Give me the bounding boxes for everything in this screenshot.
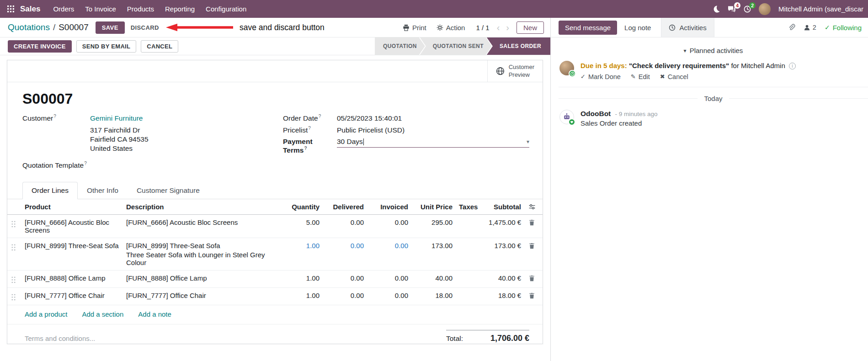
apps-menu-icon[interactable]: [5, 3, 16, 15]
tab-customer-signature[interactable]: Customer Signature: [128, 182, 209, 199]
order-line-row[interactable]: [FURN_7777] Office Chair [FURN_7777] Off…: [7, 288, 543, 305]
delete-line-icon[interactable]: [529, 292, 535, 299]
menu-configuration[interactable]: Configuration: [200, 0, 252, 18]
cell-quantity[interactable]: 1.00: [281, 288, 321, 303]
messages-icon[interactable]: 4: [728, 5, 736, 13]
add-a-product-link[interactable]: Add a product: [25, 310, 67, 318]
new-button[interactable]: New: [517, 21, 544, 34]
cell-invoiced[interactable]: 0.00: [366, 215, 410, 230]
cell-unit-price[interactable]: 173.00: [410, 238, 454, 253]
cell-description[interactable]: [FURN_8999] Three-Seat Sofa Three Seater…: [126, 238, 281, 270]
cell-quantity[interactable]: 1.00: [281, 238, 321, 253]
delete-line-icon[interactable]: [529, 219, 535, 226]
cell-delivered[interactable]: 0.00: [321, 288, 366, 303]
breadcrumb-quotations[interactable]: Quotations: [8, 22, 50, 32]
col-subtotal[interactable]: Subtotal: [485, 203, 523, 211]
payment-terms-input[interactable]: 30 Days ▾: [337, 138, 529, 148]
cell-taxes[interactable]: [454, 215, 485, 222]
cell-description[interactable]: [FURN_6666] Acoustic Bloc Screens: [126, 215, 281, 230]
cell-quantity[interactable]: 1.00: [281, 271, 321, 286]
pager-previous-icon[interactable]: ‹: [497, 23, 500, 32]
col-description[interactable]: Description: [126, 203, 281, 211]
info-icon[interactable]: i: [789, 63, 796, 69]
order-date-value[interactable]: 05/25/2023 15:40:01: [337, 114, 402, 122]
customer-preview-button[interactable]: Customer Preview: [487, 60, 543, 82]
pager-next-icon[interactable]: ›: [506, 23, 509, 32]
cell-delivered[interactable]: 0.00: [321, 238, 366, 253]
moon-icon[interactable]: [713, 5, 720, 13]
col-delivered[interactable]: Delivered: [321, 203, 366, 211]
col-unit-price[interactable]: Unit Price: [410, 203, 454, 211]
quotation-template-field-row[interactable]: Quotation Template?: [22, 161, 283, 170]
order-line-row[interactable]: [FURN_8888] Office Lamp [FURN_8888] Offi…: [7, 271, 543, 288]
drag-handle-icon[interactable]: [11, 276, 16, 284]
followers-button[interactable]: 2: [804, 24, 816, 31]
menu-products[interactable]: Products: [122, 0, 160, 18]
pricelist-value[interactable]: Public Pricelist (USD): [337, 126, 405, 134]
add-a-section-link[interactable]: Add a section: [82, 310, 123, 318]
drag-handle-icon[interactable]: [11, 293, 16, 301]
dropdown-caret-icon[interactable]: ▾: [527, 138, 529, 145]
status-quotation[interactable]: QUOTATION: [375, 37, 425, 55]
tab-other-info[interactable]: Other Info: [78, 182, 128, 199]
col-invoiced[interactable]: Invoiced: [366, 203, 410, 211]
tab-order-lines[interactable]: Order Lines: [22, 182, 78, 199]
cell-invoiced[interactable]: 0.00: [366, 288, 410, 303]
activities-icon[interactable]: 2: [744, 5, 751, 13]
menu-to-invoice[interactable]: To Invoice: [80, 0, 122, 18]
cell-description[interactable]: [FURN_8888] Office Lamp: [126, 271, 281, 286]
cell-quantity[interactable]: 5.00: [281, 215, 321, 230]
order-line-row[interactable]: [FURN_8999] Three-Seat Sofa [FURN_8999] …: [7, 238, 543, 271]
cell-product[interactable]: [FURN_7777] Office Chair: [21, 288, 126, 303]
drag-handle-icon[interactable]: [11, 244, 16, 251]
print-button[interactable]: Print: [400, 22, 429, 33]
status-sales-order[interactable]: SALES ORDER: [487, 37, 550, 55]
col-quantity[interactable]: Quantity: [281, 203, 321, 211]
edit-activity-button[interactable]: ✎Edit: [631, 73, 650, 80]
save-button[interactable]: SAVE: [96, 21, 125, 34]
cell-delivered[interactable]: 0.00: [321, 271, 366, 286]
col-taxes[interactable]: Taxes: [454, 203, 485, 211]
menu-orders[interactable]: Orders: [48, 0, 80, 18]
cell-taxes[interactable]: [454, 238, 485, 245]
user-avatar[interactable]: [759, 3, 771, 15]
create-invoice-button[interactable]: CREATE INVOICE: [8, 40, 72, 53]
status-quotation-sent[interactable]: QUOTATION SENT: [420, 37, 492, 55]
mark-done-button[interactable]: ✓Mark Done: [580, 73, 621, 80]
cell-description[interactable]: [FURN_7777] Office Chair: [126, 288, 281, 303]
planned-activities-header[interactable]: ▾ Planned activities: [559, 43, 868, 60]
message-author[interactable]: OdooBot: [580, 110, 611, 117]
cell-product[interactable]: [FURN_8999] Three-Seat Sofa: [21, 238, 126, 253]
cell-delivered[interactable]: 0.00: [321, 215, 366, 230]
cell-product[interactable]: [FURN_8888] Office Lamp: [21, 271, 126, 286]
cell-invoiced[interactable]: 0.00: [366, 271, 410, 286]
cancel-activity-button[interactable]: ✖Cancel: [660, 73, 688, 80]
action-button[interactable]: Action: [434, 22, 468, 33]
cell-taxes[interactable]: [454, 288, 485, 295]
attachment-icon[interactable]: [788, 24, 795, 31]
activities-tab[interactable]: Activities: [661, 18, 714, 37]
customer-value[interactable]: Gemini Furniture: [90, 114, 143, 122]
delete-line-icon[interactable]: [529, 243, 535, 249]
cell-taxes[interactable]: [454, 271, 485, 278]
cell-product[interactable]: [FURN_6666] Acoustic Bloc Screens: [21, 215, 126, 238]
col-product[interactable]: Product: [21, 203, 126, 211]
cell-unit-price[interactable]: 40.00: [410, 271, 454, 286]
app-brand[interactable]: Sales: [20, 5, 40, 14]
log-note-button[interactable]: Log note: [619, 21, 656, 34]
cell-unit-price[interactable]: 18.00: [410, 288, 454, 303]
send-by-email-button[interactable]: SEND BY EMAIL: [76, 40, 137, 53]
cell-unit-price[interactable]: 295.00: [410, 215, 454, 230]
cell-invoiced[interactable]: 0.00: [366, 238, 410, 253]
send-message-button[interactable]: Send message: [559, 21, 617, 35]
drag-handle-icon[interactable]: [11, 220, 16, 228]
cancel-button[interactable]: CANCEL: [141, 40, 178, 53]
following-button[interactable]: ✓ Following: [825, 24, 862, 32]
terms-placeholder[interactable]: Terms and conditions...: [25, 330, 95, 343]
optional-columns-icon[interactable]: [528, 204, 536, 210]
user-name[interactable]: Mitchell Admin (save_discar: [778, 5, 863, 13]
menu-reporting[interactable]: Reporting: [160, 0, 200, 18]
delete-line-icon[interactable]: [529, 275, 535, 281]
order-line-row[interactable]: [FURN_6666] Acoustic Bloc Screens [FURN_…: [7, 215, 543, 238]
add-a-note-link[interactable]: Add a note: [138, 310, 171, 318]
